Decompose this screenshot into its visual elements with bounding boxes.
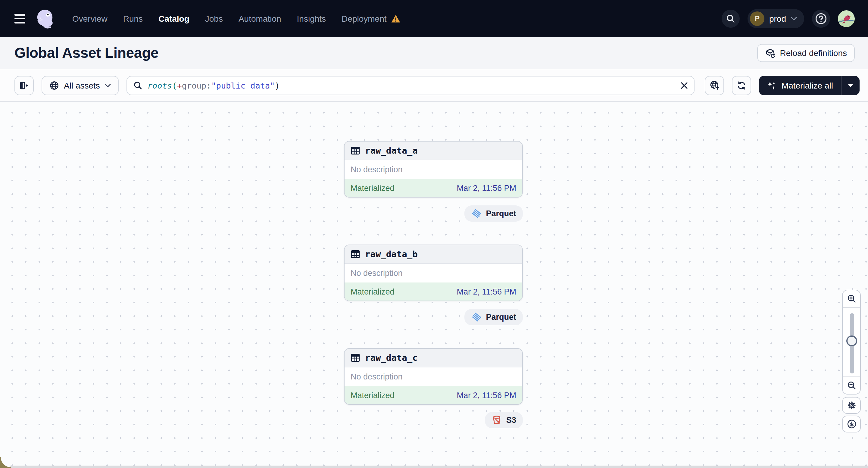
asset-node-raw-data-b[interactable]: raw_data_b No description Materialized M… [344, 245, 523, 301]
kind-tag-s3[interactable]: S3 [485, 412, 523, 428]
parquet-icon [471, 208, 482, 219]
kind-tag-parquet[interactable]: Parquet [464, 309, 523, 325]
materialize-options-button[interactable] [841, 75, 860, 95]
asset-node-footer: Materialized Mar 2, 11:56 PM [345, 179, 522, 197]
materialization-timestamp[interactable]: Mar 2, 11:56 PM [457, 287, 516, 296]
reload-definitions-label: Reload definitions [780, 48, 847, 58]
chevron-down-icon [105, 84, 111, 87]
asset-scope-label: All assets [64, 81, 100, 90]
lineage-toolbar: All assets roots(+group:"public_data") [0, 69, 868, 102]
asset-description: No description [350, 372, 403, 381]
query-attribute-token: group: [182, 81, 211, 90]
asset-description: No description [350, 165, 403, 174]
materialization-timestamp[interactable]: Mar 2, 11:56 PM [457, 183, 516, 192]
download-image-button[interactable] [842, 415, 861, 433]
search-icon [726, 14, 736, 24]
nav-item-catalog[interactable]: Catalog [158, 14, 189, 24]
zoom-in-icon [847, 294, 856, 304]
asset-name: raw_data_c [365, 353, 418, 363]
desktop-corner [0, 457, 11, 468]
help-button[interactable] [812, 10, 830, 28]
s3-bucket-icon [492, 415, 502, 425]
clear-query-button[interactable] [681, 82, 688, 89]
asset-node-body: No description [345, 264, 522, 282]
dagster-logo[interactable] [35, 8, 55, 29]
caret-down-icon [847, 84, 854, 87]
reload-definitions-button[interactable]: Reload definitions [757, 44, 855, 62]
parquet-icon [471, 312, 482, 322]
filter-to-selection-button[interactable] [705, 75, 724, 95]
refresh-layout-button[interactable] [732, 75, 751, 95]
bottom-window-edge [10, 466, 868, 468]
asset-selection-query: roots(+group:"public_data") [148, 81, 676, 90]
materialize-all-button[interactable]: Materialize all [759, 75, 841, 95]
nav-items: Overview Runs Catalog Jobs Automation In… [72, 14, 401, 24]
asset-description: No description [350, 269, 403, 278]
nav-item-jobs[interactable]: Jobs [205, 14, 223, 24]
asset-node-header: raw_data_b [345, 245, 522, 264]
query-open-paren-token: ( [172, 81, 177, 90]
nav-item-overview[interactable]: Overview [72, 14, 107, 24]
environment-switcher[interactable]: P prod [747, 9, 804, 28]
asset-node-header: raw_data_a [345, 142, 522, 160]
search-button[interactable] [722, 10, 740, 28]
zoom-in-button[interactable] [843, 290, 860, 307]
asset-node-footer: Materialized Mar 2, 11:56 PM [345, 386, 522, 404]
toggle-sidebar-button[interactable] [14, 75, 34, 95]
asset-scope-dropdown[interactable]: All assets [41, 75, 119, 95]
zoom-slider[interactable] [843, 308, 860, 376]
top-nav: Overview Runs Catalog Jobs Automation In… [0, 0, 868, 37]
environment-label: prod [769, 14, 786, 24]
asset-node-body: No description [345, 160, 522, 179]
query-operator-token: + [177, 81, 182, 90]
nav-item-deployment-label: Deployment [342, 14, 386, 24]
refresh-icon [737, 81, 747, 90]
kind-tag-label: Parquet [486, 209, 516, 218]
chevron-down-icon [791, 17, 797, 21]
zoom-slider-thumb[interactable] [846, 336, 857, 346]
nav-item-deployment[interactable]: Deployment [342, 14, 400, 24]
asset-node-body: No description [345, 367, 522, 386]
asset-selection-input[interactable]: roots(+group:"public_data") [126, 75, 695, 95]
globe-plus-icon [710, 80, 720, 90]
sparkles-icon [767, 81, 777, 90]
materialization-status: Materialized [350, 391, 395, 400]
zoom-out-button[interactable] [843, 377, 860, 394]
asset-node-raw-data-c[interactable]: raw_data_c No description Materialized M… [344, 348, 523, 405]
materialization-status: Materialized [350, 287, 395, 296]
warning-icon [391, 14, 401, 23]
query-string-token: "public_data" [211, 81, 275, 90]
kind-tag-label: S3 [506, 415, 516, 425]
graph-settings-button[interactable] [842, 397, 861, 414]
nav-right: P prod [722, 9, 855, 28]
search-icon [133, 81, 143, 90]
materialize-all-split-button: Materialize all [759, 75, 860, 95]
user-avatar[interactable] [838, 10, 855, 27]
nav-item-insights[interactable]: Insights [297, 14, 326, 24]
lineage-canvas[interactable]: raw_data_a No description Materialized M… [0, 102, 868, 468]
zoom-out-icon [847, 381, 856, 390]
reload-cube-icon [765, 48, 775, 58]
table-icon [350, 146, 360, 155]
help-icon [815, 13, 827, 25]
asset-name: raw_data_a [365, 146, 418, 155]
kind-tag-parquet[interactable]: Parquet [464, 206, 523, 222]
materialization-timestamp[interactable]: Mar 2, 11:56 PM [457, 391, 516, 400]
close-icon [681, 82, 688, 89]
asset-node-raw-data-a[interactable]: raw_data_a No description Materialized M… [344, 141, 523, 197]
materialize-all-label: Materialize all [781, 81, 833, 90]
hamburger-menu-icon[interactable] [14, 14, 25, 23]
table-icon [350, 249, 360, 259]
kind-tag-label: Parquet [486, 313, 516, 322]
table-icon [350, 353, 360, 363]
download-icon [847, 419, 856, 429]
settings-gear-icon [847, 401, 856, 410]
zoom-controls [842, 290, 861, 395]
nav-item-runs[interactable]: Runs [123, 14, 143, 24]
asset-node-header: raw_data_c [345, 349, 522, 367]
open-panel-icon [19, 81, 29, 90]
globe-icon [50, 81, 59, 90]
nav-item-automation[interactable]: Automation [239, 14, 281, 24]
page-title: Global Asset Lineage [14, 44, 158, 61]
materialization-status: Materialized [350, 183, 395, 192]
